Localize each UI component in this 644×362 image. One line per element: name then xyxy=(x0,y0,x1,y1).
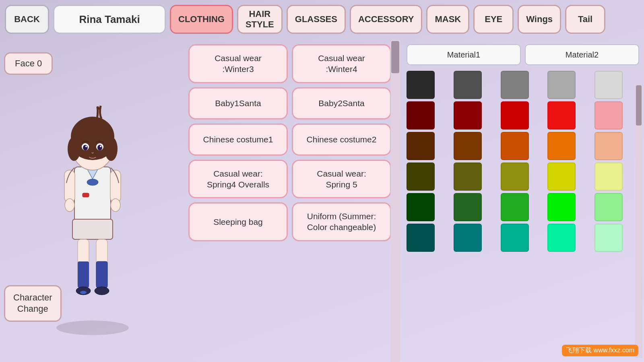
color-swatch-3[interactable] xyxy=(547,71,576,99)
top-nav: BACK Rina Tamaki CLOTHING HAIRSTYLE GLAS… xyxy=(0,0,644,39)
svg-point-16 xyxy=(80,291,87,294)
color-swatch-10[interactable] xyxy=(407,132,435,160)
color-swatch-23[interactable] xyxy=(547,193,576,221)
svg-point-8 xyxy=(65,199,74,212)
svg-point-22 xyxy=(68,137,80,161)
color-swatch-5[interactable] xyxy=(407,101,435,130)
color-swatch-12[interactable] xyxy=(501,132,529,160)
tab-eye[interactable]: EYE xyxy=(473,5,514,34)
clothing-item-6[interactable]: Casual wear:Spring4 Overalls xyxy=(188,160,288,199)
color-swatch-24[interactable] xyxy=(594,193,623,221)
tab-hairstyle[interactable]: HAIRSTYLE xyxy=(237,5,283,34)
tab-accessory[interactable]: ACCESSORY xyxy=(350,5,423,34)
tab-glasses[interactable]: GLASSES xyxy=(287,5,346,34)
color-swatch-20[interactable] xyxy=(407,193,435,221)
color-scrollbar[interactable] xyxy=(635,84,642,358)
watermark: 飞翔下载 www.fxxz.com xyxy=(562,345,638,356)
svg-point-29 xyxy=(100,146,101,147)
clothing-item-3[interactable]: Baby2Santa xyxy=(292,87,391,119)
tab-mask[interactable]: MASK xyxy=(426,5,469,34)
color-swatch-7[interactable] xyxy=(501,101,529,130)
clothing-item-2[interactable]: Baby1Santa xyxy=(188,87,288,119)
clothing-item-8[interactable]: Sleeping bag xyxy=(188,202,288,241)
color-swatch-2[interactable] xyxy=(501,71,529,99)
svg-point-9 xyxy=(111,199,120,212)
color-swatch-8[interactable] xyxy=(547,101,576,130)
color-swatch-1[interactable] xyxy=(454,71,482,99)
clothing-item-0[interactable]: Casual wear:Winter3 xyxy=(188,44,288,83)
color-swatch-6[interactable] xyxy=(454,101,482,130)
character-area: Face 0 xyxy=(0,40,185,362)
color-panel: Material1 Material2 xyxy=(402,40,644,362)
color-swatch-25[interactable] xyxy=(407,224,435,252)
color-swatch-18[interactable] xyxy=(547,162,576,191)
color-swatch-14[interactable] xyxy=(594,132,623,160)
clothing-grid: Casual wear:Winter3 Casual wear:Winter4 … xyxy=(188,44,391,241)
svg-rect-30 xyxy=(83,193,89,197)
material2-tab[interactable]: Material2 xyxy=(525,44,639,65)
clothing-item-5[interactable]: Chinese costume2 xyxy=(292,123,391,156)
svg-point-28 xyxy=(85,146,87,147)
svg-point-27 xyxy=(97,145,102,150)
svg-rect-6 xyxy=(64,170,75,202)
clothing-scroll-thumb xyxy=(391,41,399,73)
color-scroll-thumb xyxy=(636,85,642,125)
color-swatch-19[interactable] xyxy=(594,162,623,191)
svg-point-23 xyxy=(105,137,118,161)
svg-rect-13 xyxy=(96,261,107,288)
character-name-button[interactable]: Rina Tamaki xyxy=(53,5,166,34)
tab-tail[interactable]: Tail xyxy=(565,5,605,34)
svg-point-0 xyxy=(56,321,129,335)
tab-wings[interactable]: Wings xyxy=(518,5,561,34)
color-grid xyxy=(407,71,639,252)
clothing-item-4[interactable]: Chinese costume1 xyxy=(188,123,288,156)
color-swatch-11[interactable] xyxy=(454,132,482,160)
material1-tab[interactable]: Material1 xyxy=(407,44,521,65)
svg-point-3 xyxy=(87,179,98,185)
svg-point-15 xyxy=(95,287,109,295)
clothing-panel: Casual wear:Winter3 Casual wear:Winter4 … xyxy=(185,40,394,362)
color-swatch-0[interactable] xyxy=(407,71,435,99)
color-swatch-28[interactable] xyxy=(547,224,576,252)
color-swatch-22[interactable] xyxy=(501,193,529,221)
clothing-item-7[interactable]: Casual wear:Spring 5 xyxy=(292,160,391,199)
color-swatch-15[interactable] xyxy=(407,162,435,191)
back-button[interactable]: BACK xyxy=(5,5,49,34)
color-swatch-17[interactable] xyxy=(501,162,529,191)
svg-rect-11 xyxy=(78,261,89,288)
svg-point-26 xyxy=(83,145,88,150)
color-swatch-26[interactable] xyxy=(454,224,482,252)
color-swatch-9[interactable] xyxy=(594,101,623,130)
color-swatch-27[interactable] xyxy=(501,224,529,252)
clothing-scrollbar[interactable] xyxy=(390,40,400,362)
color-swatch-21[interactable] xyxy=(454,193,482,221)
clothing-item-9[interactable]: Uniform (Summer:Color changeable) xyxy=(292,202,391,241)
tab-clothing[interactable]: CLOTHING xyxy=(170,5,233,34)
color-swatch-4[interactable] xyxy=(594,71,623,99)
svg-rect-5 xyxy=(72,219,113,239)
material-tabs: Material1 Material2 xyxy=(407,44,639,65)
clothing-item-1[interactable]: Casual wear:Winter4 xyxy=(292,44,391,83)
color-swatch-13[interactable] xyxy=(547,132,576,160)
color-swatch-29[interactable] xyxy=(594,224,623,252)
face-button[interactable]: Face 0 xyxy=(4,52,53,75)
character-change-button[interactable]: CharacterChange xyxy=(4,285,62,322)
svg-rect-7 xyxy=(110,170,121,202)
color-swatch-16[interactable] xyxy=(454,162,482,191)
